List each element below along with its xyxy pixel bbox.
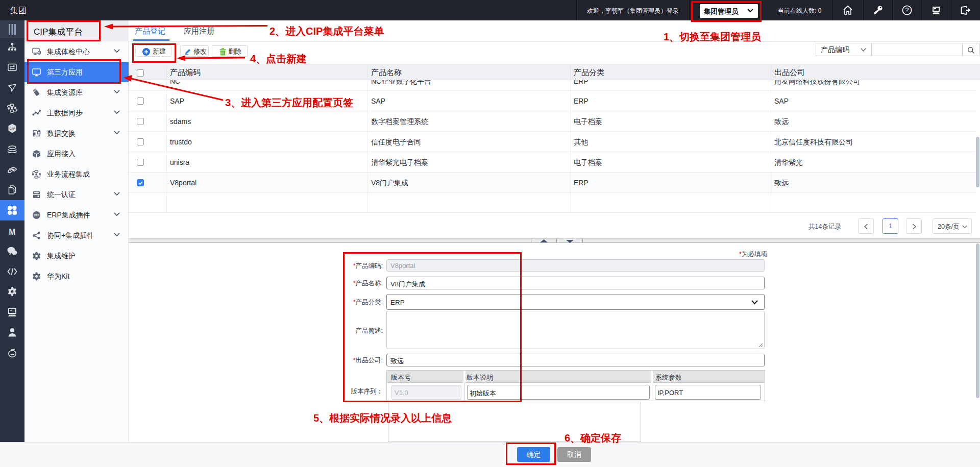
svg-text:M: M bbox=[9, 228, 15, 236]
svg-text:ERP: ERP bbox=[34, 214, 39, 217]
svg-text:?: ? bbox=[905, 7, 909, 14]
svg-text:CAP: CAP bbox=[10, 127, 15, 130]
